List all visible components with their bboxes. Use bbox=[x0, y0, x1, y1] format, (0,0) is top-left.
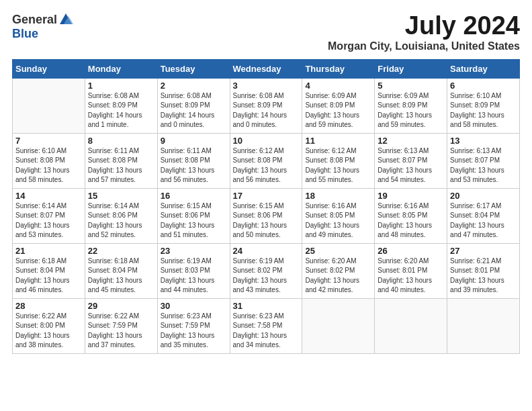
calendar-cell bbox=[375, 298, 447, 353]
day-number: 30 bbox=[161, 301, 227, 311]
day-number: 4 bbox=[305, 81, 371, 91]
title-area: July 2024 Morgan City, Louisiana, United… bbox=[328, 12, 520, 52]
day-number: 31 bbox=[233, 301, 300, 311]
calendar-cell bbox=[447, 298, 520, 353]
day-info: Sunrise: 6:13 AMSunset: 8:07 PMDaylight:… bbox=[450, 146, 517, 185]
day-info: Sunrise: 6:22 AMSunset: 8:00 PMDaylight:… bbox=[15, 312, 82, 351]
day-number: 17 bbox=[233, 191, 300, 201]
day-info: Sunrise: 6:12 AMSunset: 8:08 PMDaylight:… bbox=[305, 146, 371, 185]
day-info: Sunrise: 6:10 AMSunset: 8:08 PMDaylight:… bbox=[15, 146, 82, 185]
calendar-cell: 26Sunrise: 6:20 AMSunset: 8:01 PMDayligh… bbox=[375, 243, 447, 298]
day-info: Sunrise: 6:11 AMSunset: 8:08 PMDaylight:… bbox=[88, 146, 154, 185]
calendar-cell: 17Sunrise: 6:15 AMSunset: 8:06 PMDayligh… bbox=[230, 188, 302, 243]
day-number: 3 bbox=[233, 81, 300, 91]
day-info: Sunrise: 6:21 AMSunset: 8:01 PMDaylight:… bbox=[450, 257, 517, 295]
calendar-cell: 11Sunrise: 6:12 AMSunset: 8:08 PMDayligh… bbox=[302, 133, 375, 188]
weekday-header-saturday: Saturday bbox=[447, 59, 520, 78]
calendar-cell bbox=[302, 298, 375, 353]
calendar-cell: 29Sunrise: 6:22 AMSunset: 7:59 PMDayligh… bbox=[85, 298, 157, 353]
day-info: Sunrise: 6:19 AMSunset: 8:03 PMDaylight:… bbox=[161, 257, 227, 295]
day-number: 9 bbox=[161, 136, 227, 146]
calendar-cell: 7Sunrise: 6:10 AMSunset: 8:08 PMDaylight… bbox=[13, 133, 85, 188]
day-number: 7 bbox=[15, 136, 82, 146]
weekday-header-wednesday: Wednesday bbox=[230, 59, 302, 78]
day-info: Sunrise: 6:11 AMSunset: 8:08 PMDaylight:… bbox=[161, 146, 227, 185]
calendar-cell: 19Sunrise: 6:16 AMSunset: 8:05 PMDayligh… bbox=[375, 188, 447, 243]
day-number: 29 bbox=[88, 301, 154, 311]
calendar-cell: 9Sunrise: 6:11 AMSunset: 8:08 PMDaylight… bbox=[157, 133, 230, 188]
week-row-5: 28Sunrise: 6:22 AMSunset: 8:00 PMDayligh… bbox=[13, 298, 520, 353]
logo-general-text: General bbox=[12, 13, 57, 27]
day-number: 25 bbox=[305, 246, 371, 256]
day-info: Sunrise: 6:14 AMSunset: 8:07 PMDaylight:… bbox=[15, 201, 82, 240]
day-info: Sunrise: 6:18 AMSunset: 8:04 PMDaylight:… bbox=[15, 257, 82, 295]
day-number: 8 bbox=[88, 136, 154, 146]
calendar-cell: 18Sunrise: 6:16 AMSunset: 8:05 PMDayligh… bbox=[302, 188, 375, 243]
day-number: 10 bbox=[233, 136, 300, 146]
calendar-cell: 31Sunrise: 6:23 AMSunset: 7:58 PMDayligh… bbox=[230, 298, 302, 353]
day-info: Sunrise: 6:08 AMSunset: 8:09 PMDaylight:… bbox=[88, 91, 154, 130]
week-row-4: 21Sunrise: 6:18 AMSunset: 8:04 PMDayligh… bbox=[13, 243, 520, 298]
day-info: Sunrise: 6:08 AMSunset: 8:09 PMDaylight:… bbox=[161, 91, 227, 130]
page: General Blue July 2024 Morgan City, Loui… bbox=[0, 0, 532, 411]
day-number: 18 bbox=[305, 191, 371, 201]
day-number: 21 bbox=[15, 246, 82, 256]
day-info: Sunrise: 6:23 AMSunset: 7:59 PMDaylight:… bbox=[161, 312, 227, 351]
calendar-table: SundayMondayTuesdayWednesdayThursdayFrid… bbox=[12, 59, 520, 354]
weekday-header-thursday: Thursday bbox=[302, 59, 375, 78]
calendar-cell: 24Sunrise: 6:19 AMSunset: 8:02 PMDayligh… bbox=[230, 243, 302, 298]
day-number: 28 bbox=[15, 301, 82, 311]
calendar-cell: 28Sunrise: 6:22 AMSunset: 8:00 PMDayligh… bbox=[13, 298, 85, 353]
calendar-cell: 22Sunrise: 6:18 AMSunset: 8:04 PMDayligh… bbox=[85, 243, 157, 298]
calendar-cell: 14Sunrise: 6:14 AMSunset: 8:07 PMDayligh… bbox=[13, 188, 85, 243]
week-row-2: 7Sunrise: 6:10 AMSunset: 8:08 PMDaylight… bbox=[13, 133, 520, 188]
calendar-cell: 25Sunrise: 6:20 AMSunset: 8:02 PMDayligh… bbox=[302, 243, 375, 298]
location-title: Morgan City, Louisiana, United States bbox=[328, 40, 520, 52]
day-number: 27 bbox=[450, 246, 517, 256]
day-info: Sunrise: 6:17 AMSunset: 8:04 PMDaylight:… bbox=[450, 201, 517, 240]
calendar-cell: 20Sunrise: 6:17 AMSunset: 8:04 PMDayligh… bbox=[447, 188, 520, 243]
calendar-cell: 12Sunrise: 6:13 AMSunset: 8:07 PMDayligh… bbox=[375, 133, 447, 188]
day-info: Sunrise: 6:16 AMSunset: 8:05 PMDaylight:… bbox=[305, 201, 371, 240]
day-number: 19 bbox=[378, 191, 444, 201]
day-number: 15 bbox=[88, 191, 154, 201]
week-row-3: 14Sunrise: 6:14 AMSunset: 8:07 PMDayligh… bbox=[13, 188, 520, 243]
day-info: Sunrise: 6:15 AMSunset: 8:06 PMDaylight:… bbox=[161, 201, 227, 240]
day-number: 20 bbox=[450, 191, 517, 201]
header-area: General Blue July 2024 Morgan City, Loui… bbox=[12, 12, 520, 52]
day-number: 6 bbox=[450, 81, 517, 91]
weekday-header-friday: Friday bbox=[375, 59, 447, 78]
calendar-cell: 5Sunrise: 6:09 AMSunset: 8:09 PMDaylight… bbox=[375, 78, 447, 133]
calendar-cell: 13Sunrise: 6:13 AMSunset: 8:07 PMDayligh… bbox=[447, 133, 520, 188]
day-number: 24 bbox=[233, 246, 300, 256]
day-info: Sunrise: 6:08 AMSunset: 8:09 PMDaylight:… bbox=[233, 91, 300, 130]
day-info: Sunrise: 6:09 AMSunset: 8:09 PMDaylight:… bbox=[378, 91, 444, 130]
logo: General bbox=[12, 12, 73, 27]
day-info: Sunrise: 6:09 AMSunset: 8:09 PMDaylight:… bbox=[305, 91, 371, 130]
weekday-header-row: SundayMondayTuesdayWednesdayThursdayFrid… bbox=[13, 59, 520, 78]
day-info: Sunrise: 6:22 AMSunset: 7:59 PMDaylight:… bbox=[88, 312, 154, 351]
day-info: Sunrise: 6:12 AMSunset: 8:08 PMDaylight:… bbox=[233, 146, 300, 185]
day-info: Sunrise: 6:13 AMSunset: 8:07 PMDaylight:… bbox=[378, 146, 444, 185]
month-title: July 2024 bbox=[328, 12, 520, 40]
calendar-cell: 4Sunrise: 6:09 AMSunset: 8:09 PMDaylight… bbox=[302, 78, 375, 133]
day-number: 14 bbox=[15, 191, 82, 201]
logo-blue-text: Blue bbox=[12, 27, 38, 41]
calendar-cell: 8Sunrise: 6:11 AMSunset: 8:08 PMDaylight… bbox=[85, 133, 157, 188]
weekday-header-monday: Monday bbox=[85, 59, 157, 78]
logo-icon bbox=[58, 12, 73, 27]
weekday-header-sunday: Sunday bbox=[13, 59, 85, 78]
calendar-cell: 10Sunrise: 6:12 AMSunset: 8:08 PMDayligh… bbox=[230, 133, 302, 188]
calendar-cell: 27Sunrise: 6:21 AMSunset: 8:01 PMDayligh… bbox=[447, 243, 520, 298]
day-info: Sunrise: 6:15 AMSunset: 8:06 PMDaylight:… bbox=[233, 201, 300, 240]
calendar-cell: 30Sunrise: 6:23 AMSunset: 7:59 PMDayligh… bbox=[157, 298, 230, 353]
day-number: 22 bbox=[88, 246, 154, 256]
day-number: 1 bbox=[88, 81, 154, 91]
calendar-cell: 2Sunrise: 6:08 AMSunset: 8:09 PMDaylight… bbox=[157, 78, 230, 133]
calendar-cell: 6Sunrise: 6:10 AMSunset: 8:09 PMDaylight… bbox=[447, 78, 520, 133]
day-info: Sunrise: 6:19 AMSunset: 8:02 PMDaylight:… bbox=[233, 257, 300, 295]
day-number: 11 bbox=[305, 136, 371, 146]
day-number: 13 bbox=[450, 136, 517, 146]
calendar-cell: 23Sunrise: 6:19 AMSunset: 8:03 PMDayligh… bbox=[157, 243, 230, 298]
day-info: Sunrise: 6:16 AMSunset: 8:05 PMDaylight:… bbox=[378, 201, 444, 240]
